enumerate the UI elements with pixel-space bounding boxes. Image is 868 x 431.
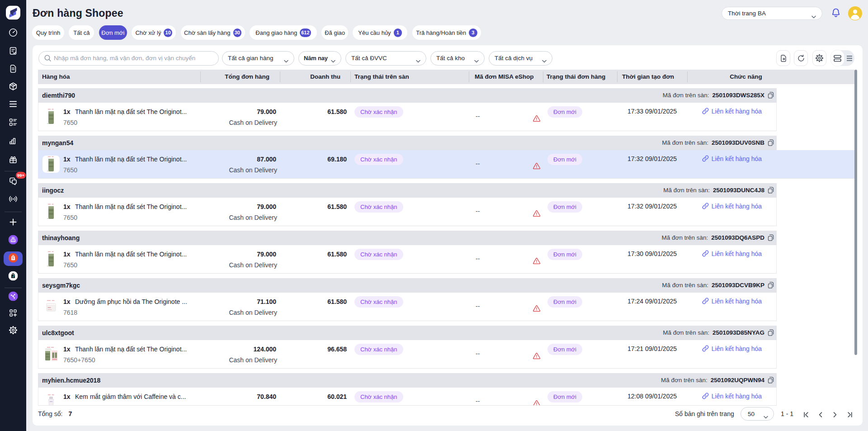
svg-text:S: S — [12, 256, 14, 260]
